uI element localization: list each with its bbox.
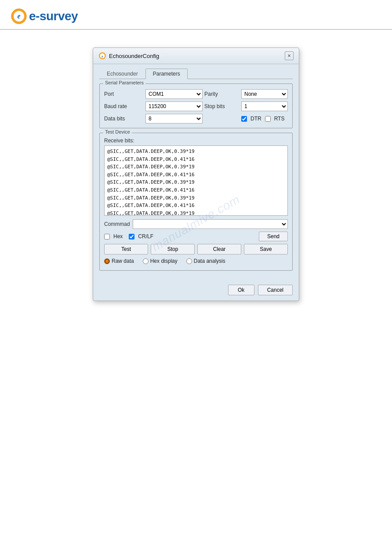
data-analysis-label: Data analysis — [194, 258, 225, 264]
raw-data-label: Raw data — [112, 258, 134, 264]
test-device-label: Test Device — [103, 129, 132, 134]
stop-button[interactable]: Stop — [151, 244, 195, 254]
echosounder-config-dialog: e EchosounderConfig × Echosounder Parame… — [93, 47, 299, 301]
dialog-title: e EchosounderConfig — [98, 52, 159, 60]
dtr-label: DTR — [250, 116, 261, 122]
parity-select[interactable]: None Odd Even — [241, 89, 288, 99]
svg-text:e: e — [17, 12, 20, 20]
baud-rate-label: Baud rate — [104, 103, 144, 109]
hex-display-radio[interactable] — [143, 258, 149, 264]
raw-data-radio-option[interactable]: Raw data — [104, 258, 134, 264]
dialog-titlebar: e EchosounderConfig × — [93, 48, 299, 64]
ok-button[interactable]: Ok — [228, 285, 254, 295]
send-button[interactable]: Send — [259, 232, 288, 241]
rts-label: RTS — [274, 116, 285, 122]
action-buttons-row: Test Stop Clear Save — [104, 244, 288, 254]
test-device-group: Test Device Receive bits: @SIC,,GET,DATA… — [99, 133, 293, 271]
crlf-checkbox[interactable] — [129, 234, 134, 239]
cancel-button[interactable]: Cancel — [258, 285, 293, 295]
baud-rate-select[interactable]: 9600 19200 38400 57600 115200 — [145, 102, 203, 111]
dialog-footer: Ok Cancel — [93, 281, 299, 301]
parity-label: Parity — [204, 91, 240, 97]
display-mode-row: Raw data Hex display Data analysis — [104, 258, 288, 264]
dtr-checkbox[interactable] — [241, 116, 247, 122]
list-item: @SIC,,GET,DATA.DEEP,OK,0.39*19 — [107, 210, 285, 216]
list-item: @SIC,,GET,DATA.DEEP,OK,0.41*16 — [107, 202, 285, 210]
data-analysis-radio-option[interactable]: Data analysis — [186, 258, 225, 264]
raw-data-radio[interactable] — [104, 258, 110, 264]
brand-name: e-survey — [29, 9, 78, 23]
options-row: Hex CR/LF Send — [104, 232, 288, 241]
port-label: Port — [104, 91, 144, 97]
list-item: @SIC,,GET,DATA.DEEP,OK,0.41*16 — [107, 171, 285, 179]
brand-logo-icon: e — [11, 8, 27, 25]
receive-bits-label: Receive bits: — [104, 138, 288, 144]
data-analysis-radio[interactable] — [186, 258, 192, 264]
receive-area[interactable]: @SIC,,GET,DATA.DEEP,OK,0.39*19 @SIC,,GET… — [104, 145, 288, 216]
list-item: @SIC,,GET,DATA.DEEP,OK,0.39*19 — [107, 163, 285, 171]
dialog-title-icon: e — [98, 52, 106, 60]
hex-checkbox-row: Hex — [104, 233, 123, 239]
svg-text:e: e — [102, 54, 103, 58]
dialog-close-button[interactable]: × — [285, 51, 294, 60]
dtr-rts-row: DTR RTS — [241, 116, 288, 122]
page-header: e e-survey — [0, 0, 392, 30]
hex-checkbox[interactable] — [104, 234, 110, 239]
data-bits-label: Data bits — [104, 116, 144, 122]
dialog-tabs: Echosounder Parameters — [99, 69, 293, 79]
tab-echosounder[interactable]: Echosounder — [99, 69, 145, 79]
page-body: e EchosounderConfig × Echosounder Parame… — [0, 43, 392, 301]
stop-bits-select[interactable]: 1 1.5 2 — [241, 102, 288, 111]
hex-display-radio-option[interactable]: Hex display — [143, 258, 178, 264]
crlf-checkbox-row: CR/LF — [129, 233, 153, 239]
hex-label: Hex — [113, 233, 123, 239]
crlf-label: CR/LF — [138, 233, 153, 239]
list-item: @SIC,,GET,DATA.DEEP,OK,0.39*19 — [107, 148, 285, 156]
command-select[interactable] — [133, 219, 288, 229]
serial-grid: Port COM1 COM2 COM3 Parity None Odd Even… — [104, 89, 288, 123]
command-label: Commmad — [104, 221, 130, 227]
serial-parameters-group: Serial Parameters Port COM1 COM2 COM3 Pa… — [99, 83, 293, 128]
list-item: @SIC,,GET,DATA.DEEP,OK,0.39*19 — [107, 194, 285, 202]
command-row: Commmad — [104, 219, 288, 229]
clear-button[interactable]: Clear — [197, 244, 241, 254]
stop-bits-label: Stop bits — [204, 103, 240, 109]
list-item: @SIC,,GET,DATA.DEEP,OK,0.39*19 — [107, 178, 285, 186]
save-button[interactable]: Save — [244, 244, 288, 254]
dialog-title-text: EchosounderConfig — [109, 53, 159, 59]
list-item: @SIC,,GET,DATA.DEEP,OK,0.41*16 — [107, 156, 285, 163]
data-bits-select[interactable]: 7 8 — [145, 114, 203, 123]
rts-checkbox[interactable] — [265, 116, 271, 122]
tab-parameters[interactable]: Parameters — [145, 69, 188, 79]
brand: e e-survey — [11, 8, 381, 25]
serial-parameters-label: Serial Parameters — [103, 80, 145, 85]
list-item: @SIC,,GET,DATA.DEEP,OK,0.41*16 — [107, 186, 285, 194]
dialog-content: Echosounder Parameters Serial Parameters… — [93, 64, 299, 281]
port-select[interactable]: COM1 COM2 COM3 — [145, 89, 203, 99]
test-button[interactable]: Test — [104, 244, 148, 254]
hex-display-label: Hex display — [150, 258, 178, 264]
